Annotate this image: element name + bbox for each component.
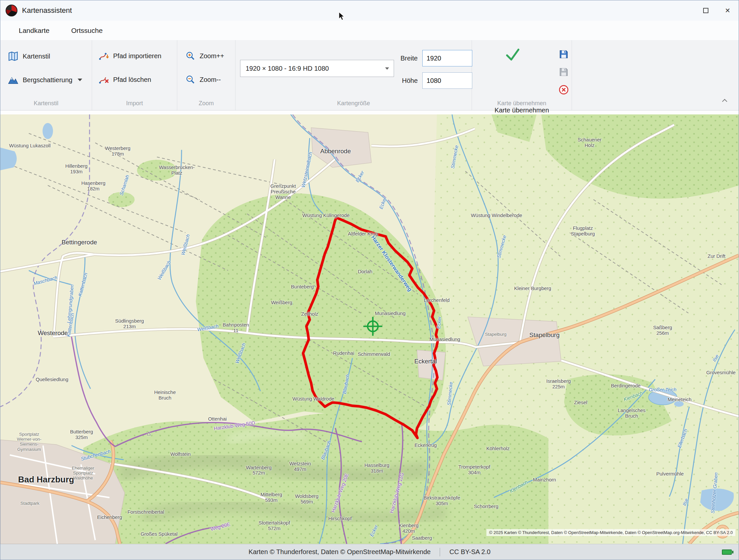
ribbon-group-kartengroesse: 1920 × 1080 - 16:9 HD 1080 Breite Höhe K… <box>236 40 472 110</box>
title-bar: Kartenassistent ✕ <box>0 0 739 21</box>
ribbon-group-zoom: Zoom++ Zoom-- Zoom <box>177 40 236 110</box>
tab-landkarte[interactable]: Landkarte <box>17 24 51 37</box>
bergschattierung-button[interactable]: Bergschattierung <box>8 74 82 86</box>
tab-ortssuche[interactable]: Ortssuche <box>70 24 104 37</box>
path-import-icon <box>99 51 109 61</box>
save-icon <box>558 49 569 60</box>
ribbon-group-kartenstil: Kartenstil Bergschattierung Kartenstil <box>0 40 92 110</box>
checkmark-icon <box>503 46 522 63</box>
chevron-down-icon <box>78 79 82 81</box>
group-label-zoom: Zoom <box>177 100 235 107</box>
group-label-kartenstil: Kartenstil <box>0 100 92 107</box>
group-label-import: Import <box>92 100 177 107</box>
group-label-kartengroesse: Kartengröße <box>236 100 472 107</box>
ribbon-group-import: Pfad importieren Pfad löschen Import <box>92 40 177 110</box>
cancel-circle-icon <box>558 84 569 95</box>
ribbon-tabs: Landkarte Ortssuche <box>0 21 739 40</box>
zoom-out-icon <box>185 74 196 85</box>
path-delete-icon <box>99 74 109 85</box>
kartenstil-button[interactable]: Kartenstil <box>8 51 50 62</box>
ribbon-group-save <box>572 40 739 110</box>
zoom-out-button[interactable]: Zoom-- <box>185 74 221 85</box>
status-divider <box>440 548 440 556</box>
pfad-loeschen-button[interactable]: Pfad löschen <box>99 74 151 85</box>
save-button[interactable] <box>558 49 569 61</box>
zoom-in-icon <box>185 51 196 61</box>
breite-label: Breite <box>393 54 418 62</box>
status-bar: Karten © Thunderforest, Daten © OpenStre… <box>0 544 739 560</box>
status-attribution: Karten © Thunderforest, Daten © OpenStre… <box>249 548 431 556</box>
map-icon <box>8 51 19 62</box>
pfad-importieren-button[interactable]: Pfad importieren <box>99 51 161 61</box>
cancel-button[interactable] <box>558 84 569 96</box>
close-button[interactable]: ✕ <box>717 0 739 21</box>
breite-input[interactable] <box>422 50 472 66</box>
chevron-down-icon <box>385 67 389 70</box>
group-label-uebernehmen: Karte übernehmen <box>472 100 572 107</box>
ribbon-map-gap <box>0 111 739 114</box>
chevron-up-icon <box>722 99 727 104</box>
window-title: Kartenassistent <box>22 6 72 15</box>
map-size-select[interactable]: 1920 × 1080 - 16:9 HD 1080 <box>240 60 394 77</box>
app-icon <box>6 5 17 16</box>
status-license: CC BY-SA 2.0 <box>449 548 490 556</box>
mountain-icon <box>8 74 19 86</box>
basemap-svg <box>0 114 739 544</box>
apply-map-button[interactable] <box>503 46 522 64</box>
map-attribution: © 2025 Karten © Thunderforest, Daten © O… <box>486 529 735 536</box>
ribbon-group-uebernehmen: Karte übernehmen und schließen Karte übe… <box>472 40 572 110</box>
save-as-button-disabled <box>558 66 569 79</box>
maximize-button[interactable] <box>695 0 717 21</box>
save-disabled-icon <box>558 66 569 78</box>
app-window: Kartenassistent ✕ Landkarte Ortssuche Ka… <box>0 0 739 560</box>
collapse-ribbon-button[interactable] <box>721 98 729 104</box>
zoom-in-button[interactable]: Zoom++ <box>185 51 224 61</box>
hoehe-label: Höhe <box>393 77 418 85</box>
maximize-icon <box>703 8 708 13</box>
ribbon: Kartenstil Bergschattierung Kartenstil <box>0 40 739 111</box>
hoehe-input[interactable] <box>422 73 472 89</box>
battery-icon <box>722 550 733 555</box>
map-canvas[interactable]: Wüstung LukaszollWesterberg 178mHillenbe… <box>0 114 739 544</box>
